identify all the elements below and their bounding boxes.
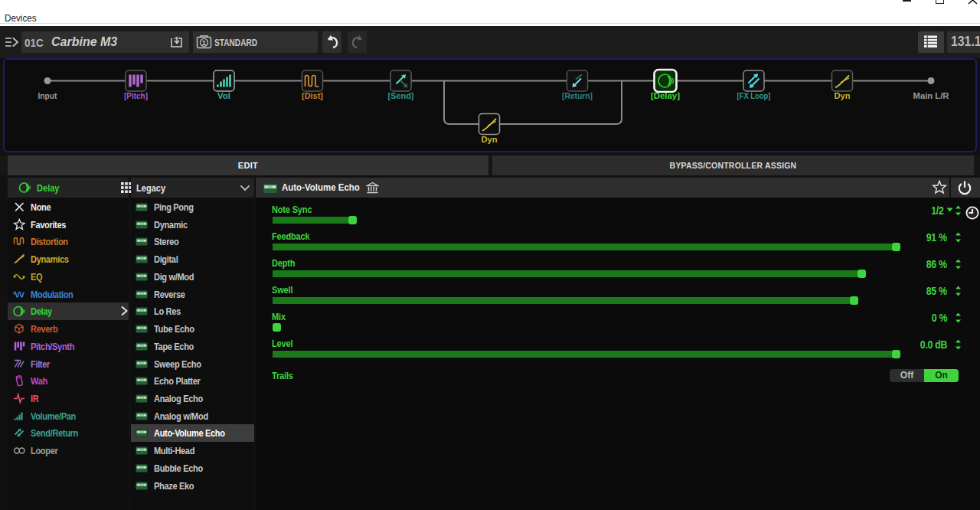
svg-text:Input: Input (38, 91, 57, 100)
svg-text:[Delay]: [Delay] (651, 91, 680, 100)
svg-text:[Pitch]: [Pitch] (124, 91, 148, 100)
svg-text:Vol: Vol (217, 91, 230, 100)
svg-text:[Return]: [Return] (562, 91, 593, 100)
svg-text:[Send]: [Send] (388, 91, 414, 100)
svg-text:[FX Loop]: [FX Loop] (737, 91, 771, 100)
svg-text:[Dist]: [Dist] (302, 91, 323, 100)
svg-text:Main L/R: Main L/R (913, 91, 949, 100)
svg-text:Dyn: Dyn (835, 91, 851, 100)
svg-text:Dyn: Dyn (482, 135, 498, 144)
svg-text:1: 1 (202, 38, 207, 47)
